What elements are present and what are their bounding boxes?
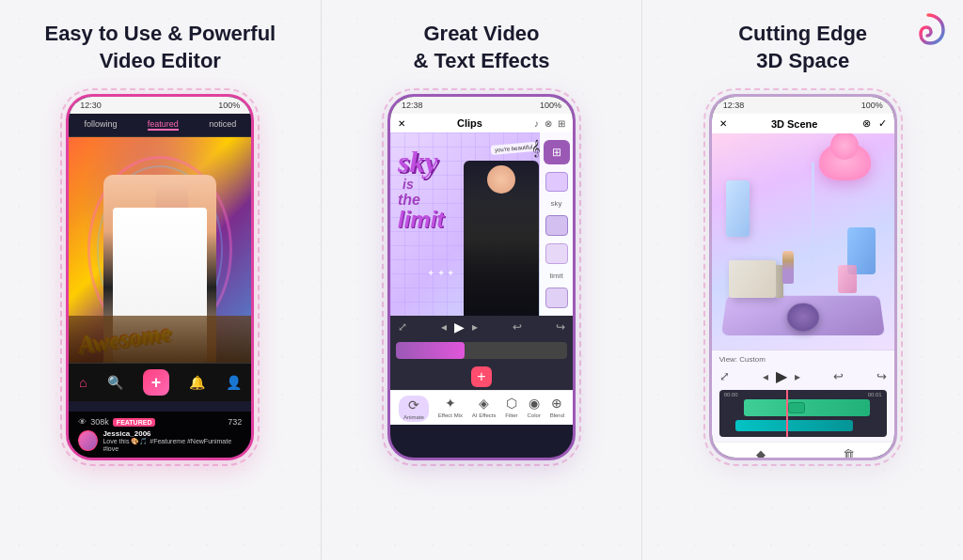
create-button[interactable]: +	[143, 369, 169, 396]
user-row: Jessica_2006 Love this 🎨🎵 #Featureme #Ne…	[78, 429, 242, 452]
phone3-wrapper: 12:38 100% ✕ 3D Scene ⊗ ✓	[709, 94, 897, 460]
back-button-3[interactable]: ✕	[719, 118, 727, 129]
home-icon[interactable]: ⌂	[79, 375, 87, 390]
ground	[69, 316, 251, 363]
play-btn-3[interactable]: ▶	[776, 367, 787, 385]
sticker-notes: 𝄞	[531, 140, 540, 157]
redo-icon[interactable]: ↪	[556, 320, 565, 334]
delete-tool[interactable]: 🗑 Delete	[841, 447, 857, 460]
col2-title: Great Video & Text Effects	[413, 21, 549, 74]
3d-scene-area	[712, 133, 894, 350]
expand-icon[interactable]: ⤢	[398, 320, 407, 334]
scene-title: 3D Scene	[771, 118, 818, 130]
timeline-row: ⤢ ◂ ▶ ▸ ↩ ↪	[390, 316, 573, 338]
status-battery: 100%	[218, 101, 240, 110]
featured-badge: FEATURED	[113, 418, 156, 427]
redo-icon-3[interactable]: ↪	[876, 369, 887, 383]
status-time-3: 12:38	[723, 101, 745, 110]
phone2-header: ✕ Clips ♪ ⊗ ⊞	[390, 114, 573, 132]
timeline-fill	[396, 342, 465, 359]
person-photo	[464, 161, 539, 316]
phone1-status-bar: 12:30 100%	[69, 97, 251, 114]
circle-disc	[786, 303, 819, 332]
animate-icon: ⟳	[408, 397, 419, 412]
col3-title: Cutting Edge 3D Space	[738, 21, 867, 74]
time-end: 00:01	[868, 392, 882, 397]
animate-label: Animate	[403, 414, 424, 420]
color-label: Color	[527, 412, 540, 418]
username: Jessica_2006	[103, 429, 242, 438]
phone1-nav: following featured noticed	[69, 114, 251, 137]
phone3-header: ✕ 3D Scene ⊗ ✓	[712, 114, 894, 133]
phone3-bottom-toolbar: ◆ Keyframe 🗑 Delete	[712, 442, 894, 460]
add-clip-button[interactable]: +	[471, 366, 492, 387]
view-count: 308k	[90, 417, 109, 427]
search-icon[interactable]: 🔍	[107, 375, 123, 390]
phone1-image-area: Awesome	[69, 137, 251, 363]
play-button[interactable]: ▶	[454, 319, 465, 334]
nav-featured[interactable]: featured	[148, 119, 179, 131]
layers-icon[interactable]: ⊗	[545, 118, 552, 129]
playhead	[786, 390, 788, 437]
undo-icon[interactable]: ↩	[513, 320, 522, 334]
prev-icon[interactable]: ◂	[441, 320, 447, 334]
thumbnail2[interactable]	[545, 215, 568, 236]
column-social-feed: Easy to Use & Powerful Video Editor 12:3…	[0, 0, 322, 560]
next-icon[interactable]: ▸	[472, 320, 478, 334]
thumbnail3[interactable]	[545, 243, 568, 264]
color-icon: ◉	[529, 396, 540, 411]
phone3-controls: View: Custom ⤢ ◂ ▶ ▸ ↩ ↪	[712, 350, 894, 442]
3d-figure	[782, 251, 794, 284]
profile-icon[interactable]: 👤	[226, 375, 242, 390]
pillar-blue	[726, 180, 750, 237]
header-icons-3: ⊗ ✓	[862, 117, 887, 130]
stats-left: 👁 308k FEATURED	[78, 417, 155, 427]
caption: Love this 🎨🎵 #Featureme #NewFunimate #lo…	[103, 438, 242, 452]
keyframe-icon: ◆	[756, 447, 766, 460]
tool-effectmix[interactable]: ✦ Effect Mix	[438, 396, 463, 422]
limit-label: limit	[549, 272, 562, 280]
phone2-toolbar: ⟳ Animate ✦ Effect Mix ◈ AI Effects ⬡ Fi…	[390, 390, 573, 425]
tool-blend[interactable]: ⊕ Blend	[550, 396, 564, 422]
back-button[interactable]: ✕	[398, 118, 405, 129]
phone2-wrapper: 12:38 100% ✕ Clips ♪ ⊗ ⊞	[387, 94, 576, 460]
phone1-bottom-nav: ⌂ 🔍 + 🔔 👤	[69, 363, 251, 401]
prev-btn[interactable]: ◂	[763, 370, 768, 383]
music-icon[interactable]: ♪	[534, 118, 539, 129]
phone2-mockup: 12:38 100% ✕ Clips ♪ ⊗ ⊞	[387, 94, 576, 460]
eye-icon: 👁	[78, 417, 87, 427]
filter-label: Filter	[505, 412, 517, 418]
check-icon[interactable]: ✓	[878, 117, 887, 130]
cloud-bump	[830, 133, 859, 160]
pink-cloud	[819, 143, 871, 180]
next-btn[interactable]: ▸	[795, 370, 800, 383]
column-video-editor: Great Video & Text Effects 12:38 100% ✕ …	[322, 0, 643, 560]
thumbnail1[interactable]	[545, 172, 568, 193]
tool-color[interactable]: ◉ Color	[527, 396, 540, 422]
sidebar-active-btn[interactable]: ⊞	[544, 140, 570, 163]
stats-row: 👁 308k FEATURED 732	[78, 417, 242, 427]
tool-ai[interactable]: ◈ AI Effects	[472, 396, 497, 422]
expand-icon-3[interactable]: ⤢	[719, 369, 730, 383]
phone2-status-bar: 12:38 100%	[390, 97, 573, 114]
like-count: 732	[228, 417, 242, 427]
tool-filter[interactable]: ⬡ Filter	[505, 396, 517, 422]
blend-label: Blend	[550, 412, 564, 418]
keyframe-tool[interactable]: ◆ Keyframe	[749, 447, 773, 460]
nav-following[interactable]: following	[84, 119, 117, 131]
notification-icon[interactable]: 🔔	[189, 375, 205, 390]
status-battery-2: 100%	[540, 101, 561, 110]
3d-platform	[721, 296, 885, 335]
phone3-mockup: 12:38 100% ✕ 3D Scene ⊗ ✓	[709, 94, 897, 460]
phone2-canvas: sky is the limit you're beautiful 𝄞	[390, 132, 573, 316]
sparkle1: ✦ ✦ ✦	[427, 268, 455, 278]
green-track	[744, 399, 870, 416]
status-time: 12:30	[80, 101, 102, 110]
teal-track	[735, 420, 853, 431]
layers-icon-3[interactable]: ⊗	[862, 117, 871, 130]
export-icon[interactable]: ⊞	[558, 118, 565, 129]
nav-noticed[interactable]: noticed	[209, 119, 236, 131]
tool-animate[interactable]: ⟳ Animate	[399, 396, 429, 422]
undo-icon-3[interactable]: ↩	[833, 369, 844, 383]
thumbnail4[interactable]	[545, 288, 568, 308]
